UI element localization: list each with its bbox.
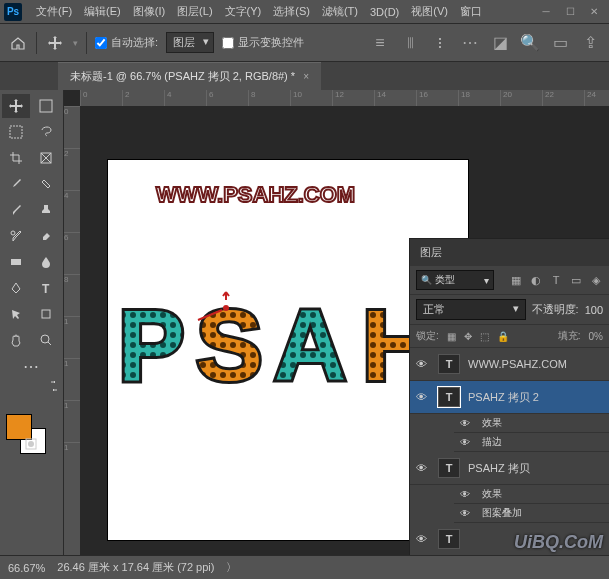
close-window-button[interactable]: ✕	[583, 4, 605, 20]
share-icon[interactable]: ⇪	[579, 32, 601, 54]
visibility-icon[interactable]: 👁	[460, 489, 474, 500]
align-icon-3[interactable]: ⫶	[429, 32, 451, 54]
menu-view[interactable]: 视图(V)	[405, 2, 454, 21]
marquee-tool[interactable]	[2, 120, 30, 144]
lock-position-icon[interactable]: ✥	[464, 331, 472, 342]
pen-tool[interactable]	[2, 276, 30, 300]
visibility-icon[interactable]: 👁	[416, 358, 430, 370]
lock-all-icon[interactable]: 🔒	[497, 331, 509, 342]
show-transform-label: 显示变换控件	[238, 35, 304, 50]
heal-tool[interactable]	[32, 172, 60, 196]
auto-select-label: 自动选择:	[111, 35, 158, 50]
svg-text:S: S	[196, 290, 263, 401]
layer-item[interactable]: 👁 T WWW.PSAHZ.COM	[410, 348, 609, 381]
menu-text[interactable]: 文字(Y)	[219, 2, 268, 21]
text-tool[interactable]: T	[32, 276, 60, 300]
visibility-icon[interactable]: 👁	[460, 437, 474, 448]
document-tab[interactable]: 未标题-1 @ 66.7% (PSAHZ 拷贝 2, RGB/8#) * ×	[58, 62, 321, 90]
quickmask-tool[interactable]	[2, 432, 60, 456]
3d-icon[interactable]: ◪	[489, 32, 511, 54]
menu-edit[interactable]: 编辑(E)	[78, 2, 127, 21]
svg-rect-1	[10, 126, 22, 138]
shape-tool[interactable]	[32, 302, 60, 326]
layer-fx-item[interactable]: 👁图案叠加	[454, 504, 609, 523]
doc-dimensions[interactable]: 26.46 厘米 x 17.64 厘米 (72 ppi)	[57, 560, 214, 575]
filter-smart-icon[interactable]: ◈	[589, 274, 603, 287]
menu-file[interactable]: 文件(F)	[30, 2, 78, 21]
history-brush-tool[interactable]	[2, 224, 30, 248]
svg-rect-4	[11, 259, 21, 265]
visibility-icon[interactable]: 👁	[460, 418, 474, 429]
lasso-tool[interactable]	[32, 120, 60, 144]
chevron-down-icon[interactable]: ▾	[73, 38, 78, 48]
lock-pixel-icon[interactable]: ▦	[447, 331, 456, 342]
close-tab-icon[interactable]: ×	[303, 71, 309, 82]
layer-fx-heading[interactable]: 👁效果	[454, 485, 609, 504]
align-icon-2[interactable]: ⫴	[399, 32, 421, 54]
chevron-right-icon[interactable]: 〉	[226, 560, 237, 575]
move-tool-indicator[interactable]	[45, 33, 65, 53]
filter-pixel-icon[interactable]: ▦	[509, 274, 523, 287]
layer-thumb-text: T	[438, 387, 460, 407]
ruler-horizontal: 02468101214161820222426	[80, 90, 609, 106]
divider	[86, 32, 87, 54]
align-icon[interactable]: ≡	[369, 32, 391, 54]
artboard-tool[interactable]	[32, 94, 60, 118]
swap-colors-icon[interactable]	[2, 380, 60, 392]
auto-select-target[interactable]: 图层	[166, 32, 214, 53]
menu-3d[interactable]: 3D(D)	[364, 4, 405, 20]
workspace-icon[interactable]: ▭	[549, 32, 571, 54]
svg-point-9	[28, 441, 34, 447]
minimize-button[interactable]: ─	[535, 4, 557, 20]
menu-filter[interactable]: 滤镜(T)	[316, 2, 364, 21]
layer-thumb-text: T	[438, 458, 460, 478]
visibility-icon[interactable]: 👁	[460, 508, 474, 519]
layer-fx-item[interactable]: 👁描边	[454, 433, 609, 452]
home-icon[interactable]	[8, 33, 28, 53]
menu-image[interactable]: 图像(I)	[127, 2, 171, 21]
layer-item[interactable]: 👁 T PSAHZ 拷贝	[410, 452, 609, 485]
layer-fx-heading[interactable]: 👁效果	[454, 414, 609, 433]
svg-point-18	[223, 305, 229, 311]
zoom-tool[interactable]	[32, 328, 60, 352]
crop-tool[interactable]	[2, 146, 30, 170]
layer-filter-select[interactable]: 类型▾	[416, 270, 494, 290]
blend-mode-select[interactable]: 正常▾	[416, 299, 526, 320]
frame-tool[interactable]	[32, 146, 60, 170]
watermark: UiBQ.CoM	[514, 532, 603, 553]
fill-value[interactable]: 0%	[589, 331, 603, 342]
opacity-value[interactable]: 100	[585, 304, 603, 316]
lock-artboard-icon[interactable]: ⬚	[480, 331, 489, 342]
gradient-tool[interactable]	[2, 250, 30, 274]
layer-item[interactable]: 👁 T PSAHZ 拷贝 2	[410, 381, 609, 414]
search-icon[interactable]: 🔍	[519, 32, 541, 54]
zoom-level[interactable]: 66.67%	[8, 562, 45, 574]
eraser-tool[interactable]	[32, 224, 60, 248]
show-transform-checkbox[interactable]: 显示变换控件	[222, 35, 304, 50]
hand-tool[interactable]	[2, 328, 30, 352]
stamp-tool[interactable]	[32, 198, 60, 222]
visibility-icon[interactable]: 👁	[416, 462, 430, 474]
visibility-icon[interactable]: 👁	[416, 391, 430, 403]
maximize-button[interactable]: ☐	[559, 4, 581, 20]
menu-window[interactable]: 窗口	[454, 2, 488, 21]
menu-layer[interactable]: 图层(L)	[171, 2, 218, 21]
filter-adjust-icon[interactable]: ◐	[529, 274, 543, 287]
more-icon[interactable]: ⋯	[459, 32, 481, 54]
canvas-text-url[interactable]: WWW.PSAHZ.COM	[156, 182, 458, 208]
auto-select-checkbox[interactable]: 自动选择:	[95, 35, 158, 50]
ps-logo: Ps	[4, 3, 22, 21]
filter-shape-icon[interactable]: ▭	[569, 274, 583, 287]
blur-tool[interactable]	[32, 250, 60, 274]
layer-thumb-text: T	[438, 529, 460, 549]
visibility-icon[interactable]: 👁	[416, 533, 430, 545]
edit-toolbar[interactable]: ⋯	[2, 354, 60, 378]
layers-list: 👁 T WWW.PSAHZ.COM 👁 T PSAHZ 拷贝 2 👁效果 👁描边…	[410, 348, 609, 555]
toolbox: T ⋯	[0, 90, 64, 555]
eyedropper-tool[interactable]	[2, 172, 30, 196]
move-tool[interactable]	[2, 94, 30, 118]
filter-text-icon[interactable]: T	[549, 274, 563, 287]
path-select-tool[interactable]	[2, 302, 30, 326]
menu-select[interactable]: 选择(S)	[267, 2, 316, 21]
brush-tool[interactable]	[2, 198, 30, 222]
